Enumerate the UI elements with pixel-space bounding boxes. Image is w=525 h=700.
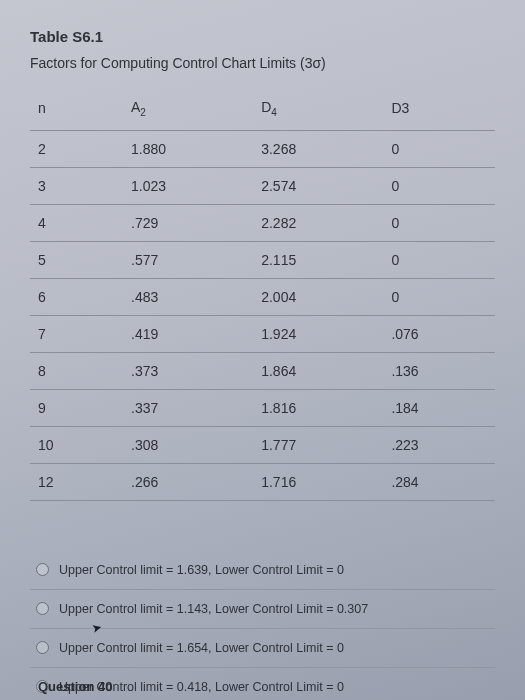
cell-d4: 1.924 <box>253 315 383 352</box>
header-d4: D4 <box>253 89 383 130</box>
radio-icon[interactable] <box>36 641 49 654</box>
header-d3: D3 <box>383 89 495 130</box>
table-subtitle: Factors for Computing Control Chart Limi… <box>30 55 495 71</box>
cell-d4: 3.268 <box>253 130 383 167</box>
cell-d4: 2.282 <box>253 204 383 241</box>
table-row: 7.4191.924.076 <box>30 315 495 352</box>
answer-option[interactable]: Upper Control limit = 1.639, Lower Contr… <box>30 551 495 590</box>
cell-d3: .184 <box>383 389 495 426</box>
cell-d3: 0 <box>383 241 495 278</box>
cell-d3: 0 <box>383 167 495 204</box>
option-label: Upper Control limit = 1.654, Lower Contr… <box>59 641 344 655</box>
table-row: 9.3371.816.184 <box>30 389 495 426</box>
cell-d4: 2.004 <box>253 278 383 315</box>
cell-a2: .729 <box>123 204 253 241</box>
cell-n: 7 <box>30 315 123 352</box>
cell-a2: .308 <box>123 426 253 463</box>
header-n: n <box>30 89 123 130</box>
table-row: 31.0232.5740 <box>30 167 495 204</box>
cell-n: 12 <box>30 463 123 500</box>
factors-table: n A2 D4 D3 21.8803.268031.0232.57404.729… <box>30 89 495 501</box>
header-a2: A2 <box>123 89 253 130</box>
table-row: 10.3081.777.223 <box>30 426 495 463</box>
table-row: 5.5772.1150 <box>30 241 495 278</box>
cell-n: 2 <box>30 130 123 167</box>
cell-a2: .337 <box>123 389 253 426</box>
cell-a2: .419 <box>123 315 253 352</box>
cell-n: 8 <box>30 352 123 389</box>
table-row: 6.4832.0040 <box>30 278 495 315</box>
cell-d4: 1.716 <box>253 463 383 500</box>
cell-d4: 2.574 <box>253 167 383 204</box>
cell-n: 3 <box>30 167 123 204</box>
cell-d3: .076 <box>383 315 495 352</box>
cell-d3: 0 <box>383 204 495 241</box>
cell-d4: 1.864 <box>253 352 383 389</box>
cell-d3: .223 <box>383 426 495 463</box>
option-label: Upper Control limit = 1.639, Lower Contr… <box>59 563 344 577</box>
cell-a2: .577 <box>123 241 253 278</box>
table-row: 12.2661.716.284 <box>30 463 495 500</box>
radio-icon[interactable] <box>36 563 49 576</box>
cell-a2: .266 <box>123 463 253 500</box>
cell-a2: 1.023 <box>123 167 253 204</box>
cell-d3: 0 <box>383 278 495 315</box>
cell-n: 9 <box>30 389 123 426</box>
cell-d3: 0 <box>383 130 495 167</box>
cell-a2: .373 <box>123 352 253 389</box>
table-title: Table S6.1 <box>30 28 495 45</box>
cell-d4: 1.777 <box>253 426 383 463</box>
table-row: 4.7292.2820 <box>30 204 495 241</box>
cell-d4: 2.115 <box>253 241 383 278</box>
cell-d3: .284 <box>383 463 495 500</box>
cell-n: 6 <box>30 278 123 315</box>
table-row: 21.8803.2680 <box>30 130 495 167</box>
next-question-label: Question 40 <box>38 679 112 694</box>
answer-option[interactable]: Upper Control limit = 1.654, Lower Contr… <box>30 629 495 668</box>
cell-n: 4 <box>30 204 123 241</box>
cell-n: 10 <box>30 426 123 463</box>
table-header-row: n A2 D4 D3 <box>30 89 495 130</box>
cell-d4: 1.816 <box>253 389 383 426</box>
cell-a2: .483 <box>123 278 253 315</box>
radio-icon[interactable] <box>36 602 49 615</box>
cell-d3: .136 <box>383 352 495 389</box>
cell-a2: 1.880 <box>123 130 253 167</box>
cell-n: 5 <box>30 241 123 278</box>
option-label: Upper Control limit = 1.143, Lower Contr… <box>59 602 368 616</box>
table-row: 8.3731.864.136 <box>30 352 495 389</box>
